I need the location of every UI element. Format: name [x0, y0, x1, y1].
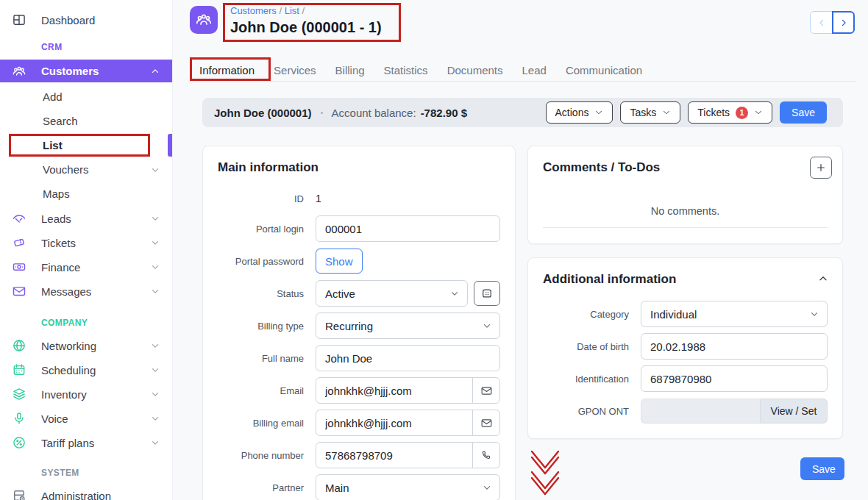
breadcrumb-link-customers[interactable]: Customers: [230, 5, 277, 16]
annotation-box-list: [9, 134, 150, 157]
chevron-left-icon: [817, 18, 827, 28]
sidebar-item-messages[interactable]: Messages: [0, 281, 172, 301]
call-phone-button[interactable]: [472, 442, 500, 468]
field-row-email: Email: [218, 377, 500, 404]
status-options-button[interactable]: [474, 281, 500, 306]
sidebar-item-list[interactable]: List: [0, 135, 172, 155]
field-label: Portal password: [218, 256, 316, 267]
sidebar-item-inventory[interactable]: Inventory: [0, 384, 172, 404]
card-title: Comments / To-Dos: [543, 160, 828, 176]
main-content: Customers / List / John Doe (000001 - 1)…: [173, 0, 868, 500]
category-select[interactable]: Individual: [641, 301, 828, 327]
id-value: 1: [316, 193, 321, 204]
ticket-icon: [12, 235, 26, 250]
chevron-down-icon: [662, 108, 671, 117]
sidebar-item-tickets[interactable]: Tickets: [0, 232, 172, 253]
sidebar-item-networking[interactable]: Networking: [0, 335, 172, 356]
collapse-panel-button[interactable]: [817, 273, 829, 285]
field-row-billing-type: Billing type Recurring: [218, 312, 500, 339]
sidebar-item-finance[interactable]: Finance: [0, 257, 172, 277]
page-title: John Doe (000001 - 1): [230, 19, 382, 36]
chevron-down-icon: [150, 365, 160, 375]
field-row-billing-email: Billing email: [218, 410, 500, 436]
send-email-button[interactable]: [472, 377, 500, 404]
tickets-dropdown-button[interactable]: Tickets 1: [688, 101, 772, 124]
additional-information-card: Additional information Category Individu…: [527, 257, 843, 439]
sidebar-item-label: Leads: [41, 213, 71, 225]
sidebar-item-label: Tariff plans: [41, 437, 94, 449]
field-row-category: Category Individual: [543, 301, 828, 327]
partner-select[interactable]: Main: [316, 474, 500, 500]
send-billing-email-button[interactable]: [472, 410, 500, 436]
email-input[interactable]: [316, 377, 473, 404]
tab-billing[interactable]: Billing: [335, 64, 365, 76]
sidebar-item-label: Vouchers: [43, 163, 89, 176]
chevron-down-icon: [449, 288, 460, 299]
tab-lead[interactable]: Lead: [522, 64, 547, 76]
sidebar-item-vouchers[interactable]: Vouchers: [0, 160, 172, 179]
card-title: Main information: [218, 160, 500, 176]
sidebar-item-leads[interactable]: Leads: [0, 208, 172, 229]
billing-email-input[interactable]: [316, 410, 473, 436]
sidebar-item-search[interactable]: Search: [0, 111, 172, 131]
chevron-up-icon: [817, 273, 829, 285]
customer-name-id: John Doe (000001): [214, 107, 312, 119]
chevron-down-icon: [482, 482, 492, 493]
status-select[interactable]: Active: [316, 280, 468, 307]
field-row-full-name: Full name: [218, 345, 500, 371]
field-row-partner: Partner Main: [218, 474, 500, 500]
next-customer-button[interactable]: [832, 11, 855, 34]
breadcrumb-link-list[interactable]: List: [285, 5, 299, 16]
percent-circle-icon: [12, 435, 26, 450]
save-button-bottom[interactable]: Save: [800, 457, 844, 480]
tab-documents[interactable]: Documents: [447, 64, 503, 76]
tasks-dropdown-button[interactable]: Tasks: [620, 101, 680, 124]
show-password-button[interactable]: Show: [316, 249, 363, 274]
chevron-down-icon: [150, 286, 160, 296]
actions-dropdown-button[interactable]: Actions: [546, 101, 613, 124]
plus-icon: [815, 162, 827, 174]
sidebar-item-add[interactable]: Add: [0, 87, 172, 107]
breadcrumb: Customers / List /: [230, 5, 382, 16]
field-row-phone-number: Phone number: [218, 442, 500, 468]
add-comment-button[interactable]: [810, 157, 832, 179]
chevron-up-icon: [150, 66, 160, 76]
sidebar-item-label: Scheduling: [41, 364, 96, 376]
gpon-view-set-button[interactable]: View / Set: [760, 399, 828, 424]
sidebar-item-administration[interactable]: Administration: [0, 485, 172, 500]
sidebar-item-voice[interactable]: Voice: [0, 408, 172, 429]
tab-communication[interactable]: Communication: [566, 64, 642, 76]
sidebar-item-scheduling[interactable]: Scheduling: [0, 360, 172, 380]
sidebar-item-dashboard[interactable]: Dashboard: [0, 10, 172, 30]
billing-type-select[interactable]: Recurring: [316, 312, 500, 339]
envelope-icon: [480, 385, 493, 397]
tasks-label: Tasks: [630, 107, 656, 118]
identification-input[interactable]: [641, 365, 828, 392]
field-row-gpon-ont: GPON ONT View / Set: [543, 398, 828, 424]
sidebar-item-tariff-plans[interactable]: Tariff plans: [0, 432, 172, 453]
previous-customer-button[interactable]: [810, 11, 833, 34]
portal-login-input[interactable]: [316, 215, 500, 242]
tab-services[interactable]: Services: [274, 64, 316, 76]
date-of-birth-input[interactable]: [641, 333, 828, 360]
field-row-portal-login: Portal login: [218, 215, 500, 242]
sidebar-item-customers[interactable]: Customers: [0, 60, 172, 82]
breadcrumb-separator: /: [302, 5, 305, 16]
sidebar-item-maps[interactable]: Maps: [0, 184, 172, 204]
no-comments-text: No comments.: [543, 205, 828, 217]
tab-information[interactable]: Information: [199, 64, 255, 76]
tab-statistics[interactable]: Statistics: [384, 64, 428, 76]
field-label: Partner: [218, 482, 316, 493]
full-name-input[interactable]: [316, 345, 500, 371]
field-label: Status: [218, 288, 316, 299]
chevron-down-icon: [754, 108, 763, 117]
billing-type-value: Recurring: [325, 320, 373, 332]
chevron-down-icon: [150, 413, 160, 424]
phone-number-input[interactable]: [316, 442, 473, 468]
calendar-icon: [12, 362, 26, 377]
sidebar-item-label: Dashboard: [41, 14, 95, 26]
field-label: Phone number: [218, 450, 316, 461]
field-label: ID: [218, 193, 316, 204]
field-label: Portal login: [218, 224, 316, 235]
save-button-top[interactable]: Save: [780, 101, 827, 124]
